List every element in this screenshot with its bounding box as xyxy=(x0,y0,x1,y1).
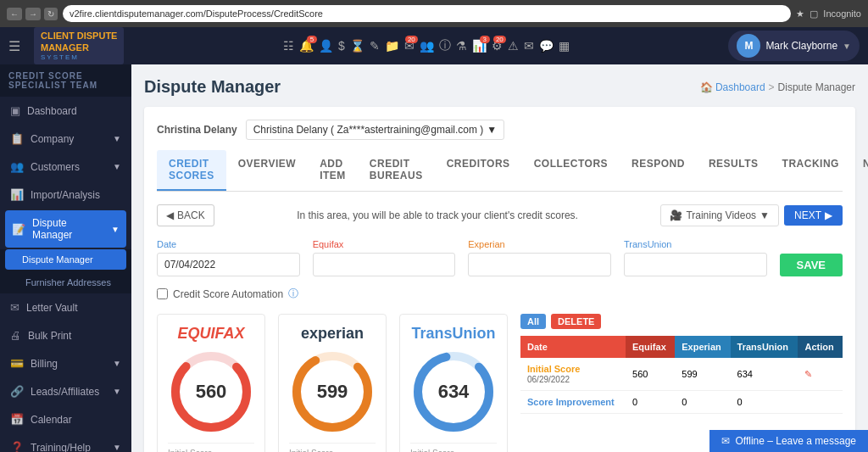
people-icon[interactable]: 👥 xyxy=(420,39,434,53)
sidebar-item-customers[interactable]: 👥 Customers ▼ xyxy=(0,153,131,181)
automation-checkbox[interactable] xyxy=(157,288,168,299)
customers-icon: 👥 xyxy=(10,160,24,173)
transunion-input[interactable] xyxy=(624,253,767,276)
browser-forward[interactable]: → xyxy=(25,8,41,20)
experian-input[interactable] xyxy=(468,253,611,276)
equifax-input[interactable] xyxy=(313,253,456,276)
sidebar-submenu: Dispute Manager Furnisher Addresses xyxy=(0,249,131,293)
top-navigation: ☰ CLIENT DISPUTE MANAGER SYSTEM ☷ 🔔5 👤 $… xyxy=(0,27,868,64)
filter-all-button[interactable]: All xyxy=(520,314,546,329)
browser-back[interactable]: ← xyxy=(7,8,22,20)
user-area[interactable]: M Mark Clayborne ▼ xyxy=(728,31,860,61)
tab-add-item[interactable]: ADD ITEM xyxy=(308,150,358,191)
improvement-equifax-val: 0 xyxy=(626,391,675,414)
equifax-card: EQUIFAX 560 Initial Score 560 xyxy=(157,314,265,452)
training-videos-button[interactable]: 🎥 Training Videos ▼ xyxy=(660,204,779,226)
tab-label-collectors: COLLECTORS xyxy=(534,158,608,170)
sidebar-item-training[interactable]: ❓ Training/Help ▼ xyxy=(0,433,131,452)
window-icon[interactable]: ▢ xyxy=(810,8,818,20)
date-label: Date xyxy=(157,239,300,249)
envelope-icon[interactable]: ✉ xyxy=(524,39,534,53)
date-field-group: Date xyxy=(157,239,300,276)
clock-icon[interactable]: ⌛ xyxy=(350,39,364,53)
edit-icon[interactable]: ✎ xyxy=(804,369,812,379)
star-icon[interactable]: ★ xyxy=(796,8,804,20)
import-icon: 📊 xyxy=(10,188,24,201)
url-text: v2fire.clientdisputemanager.com/DisputeP… xyxy=(70,8,323,19)
col-header-transunion: TransUnion xyxy=(731,336,798,358)
tab-results[interactable]: RESULTS xyxy=(697,150,771,191)
sidebar-item-import[interactable]: 📊 Import/Analysis xyxy=(0,181,131,209)
person-icon[interactable]: 👤 xyxy=(319,39,333,53)
back-button[interactable]: ◀ BACK xyxy=(157,204,214,226)
sidebar-item-print[interactable]: 🖨 Bulk Print xyxy=(0,321,131,349)
user-dropdown-icon[interactable]: ▼ xyxy=(843,42,851,51)
company-icon: 📋 xyxy=(10,132,24,145)
grid-icon[interactable]: ▦ xyxy=(559,39,570,53)
sidebar-label-company: Company xyxy=(31,133,74,145)
settings-icon[interactable]: ⚙20 xyxy=(492,39,503,53)
app-body: CREDIT SCORE SPECIALIST TEAM ▣ Dashboard… xyxy=(0,64,868,452)
date-input[interactable] xyxy=(157,253,300,276)
sidebar-label-print: Bulk Print xyxy=(28,330,71,342)
bell-icon[interactable]: 🔔5 xyxy=(299,39,314,53)
tab-creditors[interactable]: CREDITORS xyxy=(435,150,522,191)
save-button[interactable]: SAVE xyxy=(780,254,843,276)
tab-label-tracking: TRACKING xyxy=(782,158,839,170)
pen-icon[interactable]: ✎ xyxy=(370,39,380,53)
sidebar-item-letter[interactable]: ✉ Letter Vault xyxy=(0,293,131,321)
chevron-down-icon: ▼ xyxy=(113,162,121,171)
info-icon[interactable]: ⓘ xyxy=(439,38,451,53)
tab-tracking[interactable]: TRACKING xyxy=(771,150,851,191)
sidebar-sub-furnisher[interactable]: Furnisher Addresses xyxy=(0,271,131,293)
browser-controls: ← → ↻ xyxy=(7,8,58,20)
tab-notes[interactable]: NOTES xyxy=(851,150,868,191)
tab-credit-bureaus[interactable]: CREDIT BUREAUS xyxy=(358,150,435,191)
sidebar-item-billing[interactable]: 💳 Billing ▼ xyxy=(0,349,131,377)
sidebar-sub-label-furnisher: Furnisher Addresses xyxy=(25,277,111,287)
breadcrumb-home[interactable]: 🏠 Dashboard xyxy=(700,81,765,93)
back-label: BACK xyxy=(177,209,205,221)
tab-respond[interactable]: RESPOND xyxy=(620,150,697,191)
main-card: Christina Delany Christina Delany ( Za**… xyxy=(144,107,855,452)
chart-icon[interactable]: 📊3 xyxy=(472,39,487,53)
sidebar-item-dispute[interactable]: 📝 Dispute Manager ▼ xyxy=(5,210,126,248)
sidebar-sub-label-dispute: Dispute Manager xyxy=(22,254,93,265)
list-icon[interactable]: ☷ xyxy=(283,39,294,53)
tab-credit-scores[interactable]: CREDIT SCORES xyxy=(157,150,226,191)
experian-label: Experian xyxy=(468,239,611,249)
sidebar-item-calendar[interactable]: 📅 Calendar xyxy=(0,405,131,433)
training-label: Training Videos xyxy=(686,209,756,221)
dollar-icon[interactable]: $ xyxy=(338,39,345,53)
back-arrow-icon: ◀ xyxy=(166,209,174,221)
help-icon[interactable]: ⓘ xyxy=(288,287,298,301)
sidebar-label-dispute: Dispute Manager xyxy=(32,217,104,241)
browser-refresh[interactable]: ↻ xyxy=(44,8,58,20)
question-icon[interactable]: ⚗ xyxy=(456,39,467,53)
mail-icon[interactable]: ✉20 xyxy=(404,39,415,53)
tab-collectors[interactable]: COLLECTORS xyxy=(522,150,620,191)
client-select[interactable]: Christina Delany ( Za****astertraining@g… xyxy=(246,120,505,140)
tab-overview[interactable]: OVERVIEW xyxy=(226,150,308,191)
hamburger-icon[interactable]: ☰ xyxy=(8,38,20,54)
next-button[interactable]: NEXT ▶ xyxy=(784,205,843,226)
address-bar[interactable]: v2fire.clientdisputemanager.com/DisputeP… xyxy=(63,5,791,22)
logo-box: CLIENT DISPUTE MANAGER SYSTEM xyxy=(34,27,124,64)
sidebar-label-dashboard: Dashboard xyxy=(27,105,77,117)
offline-chat-bar[interactable]: ✉ Offline – Leave a message xyxy=(709,430,868,452)
automation-label: Credit Score Automation xyxy=(173,288,283,300)
sidebar-sub-dispute-manager[interactable]: Dispute Manager xyxy=(5,249,126,270)
chat-icon[interactable]: 💬 xyxy=(539,39,554,53)
warning-icon[interactable]: ⚠ xyxy=(508,39,519,53)
breadcrumb-current: Dispute Manager xyxy=(778,81,855,93)
table-row: Score Improvement 0 0 0 xyxy=(520,391,843,414)
initial-action[interactable]: ✎ xyxy=(798,358,843,391)
transunion-brand: TransUnion xyxy=(410,325,497,343)
filter-delete-button[interactable]: DELETE xyxy=(551,314,601,329)
sidebar-item-leads[interactable]: 🔗 Leads/Affiliates ▼ xyxy=(0,377,131,405)
tab-label-results: RESULTS xyxy=(709,158,759,170)
client-row: Christina Delany Christina Delany ( Za**… xyxy=(157,120,843,140)
sidebar-item-company[interactable]: 📋 Company ▼ xyxy=(0,125,131,153)
folder-icon[interactable]: 📁 xyxy=(385,39,399,53)
sidebar-item-dashboard[interactable]: ▣ Dashboard xyxy=(0,97,131,125)
